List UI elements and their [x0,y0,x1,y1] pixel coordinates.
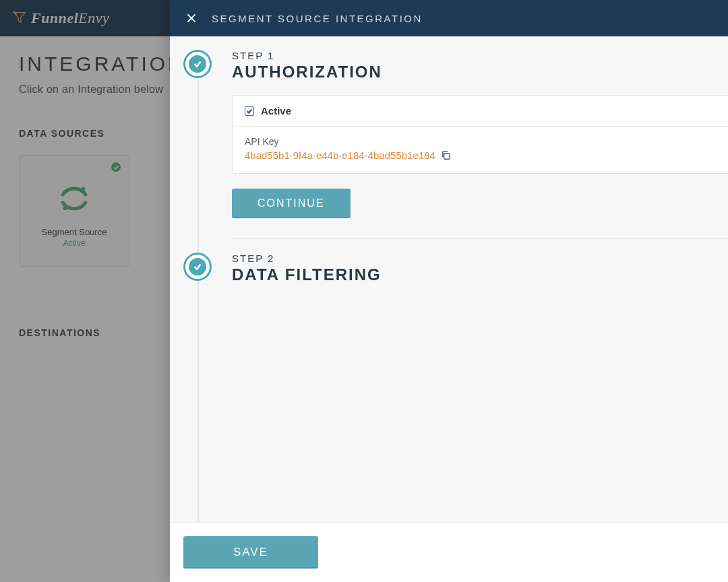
active-row: Active [233,96,728,127]
save-button[interactable]: SAVE [183,536,318,569]
step-authorization: STEP 1 AUTHORIZATION Active API Key 4bad… [183,36,728,239]
integration-card-segment-source[interactable]: Segment Source Active [19,155,129,267]
authorization-box: Active API Key 4bad55b1-9f4a-e44b-e184-4… [232,95,728,174]
step-1-label: STEP 1 [232,50,728,61]
close-button[interactable] [185,11,198,25]
panel-header: SEGMENT SOURCE INTEGRATION [170,0,728,36]
step-2-label: STEP 2 [232,253,728,264]
api-key-label: API Key [245,136,716,147]
logo-mark-icon [12,9,27,28]
copy-icon[interactable] [441,150,451,160]
api-key-value: 4bad55b1-9f4a-e44b-e184-4bad55b1e184 [245,150,435,161]
integration-panel: SEGMENT SOURCE INTEGRATION STEP 1 AUTHOR… [170,0,728,582]
panel-footer: SAVE [170,522,728,582]
step-2-indicator [183,253,212,281]
step-data-filtering: STEP 2 DATA FILTERING [183,239,728,284]
step-2-title: DATA FILTERING [232,265,728,284]
api-key-row: API Key 4bad55b1-9f4a-e44b-e184-4bad55b1… [233,127,728,173]
svg-point-1 [63,206,67,210]
step-1-title: AUTHORIZATION [232,63,728,82]
status-badge-icon [111,162,121,172]
continue-button[interactable]: CONTINUE [232,189,351,218]
panel-body: STEP 1 AUTHORIZATION Active API Key 4bad… [170,36,728,522]
brand-name: FunnelEnvy [31,9,109,27]
active-checkbox-label: Active [261,105,291,117]
active-checkbox[interactable] [245,106,254,116]
brand-logo[interactable]: FunnelEnvy [12,9,109,28]
svg-point-0 [82,187,86,191]
panel-title: SEGMENT SOURCE INTEGRATION [212,13,423,24]
integration-card-name: Segment Source [42,227,107,237]
svg-rect-2 [444,154,449,159]
integration-card-status: Active [63,238,86,248]
step-1-indicator [183,50,212,78]
segment-icon [56,180,92,216]
